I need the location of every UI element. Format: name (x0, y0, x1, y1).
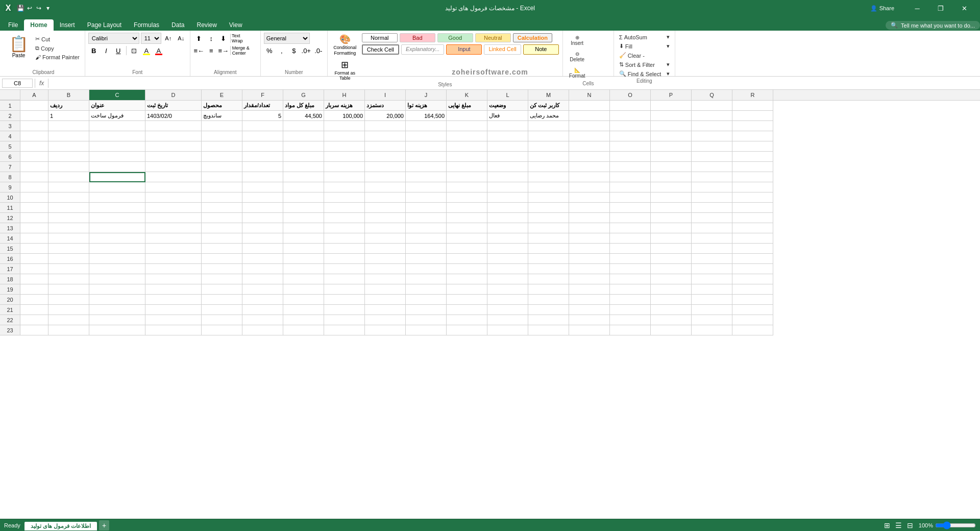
cell-l19[interactable] (487, 284, 528, 295)
cell-b16[interactable] (48, 254, 89, 264)
cell-o10[interactable] (610, 192, 651, 203)
cell-c19[interactable] (89, 284, 145, 295)
cell-e11[interactable] (202, 203, 242, 213)
col-header-j[interactable]: J (406, 90, 447, 100)
cell-o23[interactable] (610, 325, 651, 335)
cell-g12[interactable] (283, 213, 324, 223)
cell-a3[interactable] (20, 121, 48, 131)
cell-q1[interactable] (692, 101, 732, 111)
cell-o21[interactable] (610, 305, 651, 315)
cell-h17[interactable] (324, 264, 365, 274)
cell-n23[interactable] (569, 325, 610, 335)
cell-d11[interactable] (145, 203, 202, 213)
row-num-6[interactable]: 6 (0, 152, 20, 162)
cell-o16[interactable] (610, 254, 651, 264)
cell-a21[interactable] (20, 305, 48, 315)
cell-k22[interactable] (447, 315, 487, 325)
cell-q21[interactable] (692, 305, 732, 315)
cell-g8[interactable] (283, 172, 324, 182)
align-right-button[interactable]: ≡→ (218, 45, 229, 56)
cell-j21[interactable] (406, 305, 447, 315)
break-view-button[interactable]: ⊟ (905, 521, 915, 529)
cell-m11[interactable] (528, 203, 569, 213)
cell-o3[interactable] (610, 121, 651, 131)
cell-i12[interactable] (365, 213, 406, 223)
cell-p23[interactable] (651, 325, 692, 335)
col-header-p[interactable]: P (651, 90, 692, 100)
cell-q19[interactable] (692, 284, 732, 295)
cell-f18[interactable] (242, 274, 283, 284)
cell-q23[interactable] (692, 325, 732, 335)
cell-n14[interactable] (569, 233, 610, 244)
cell-i23[interactable] (365, 325, 406, 335)
cell-r18[interactable] (732, 274, 773, 284)
cell-o14[interactable] (610, 233, 651, 244)
cell-l12[interactable] (487, 213, 528, 223)
percent-button[interactable]: % (264, 45, 275, 56)
cell-e9[interactable] (202, 182, 242, 192)
cell-m18[interactable] (528, 274, 569, 284)
cell-c6[interactable] (89, 152, 145, 162)
cell-c16[interactable] (89, 254, 145, 264)
cell-o17[interactable] (610, 264, 651, 274)
cell-n8[interactable] (569, 172, 610, 182)
cell-e23[interactable] (202, 325, 242, 335)
merge-center-button[interactable]: Merge & Center (232, 45, 257, 56)
cell-a17[interactable] (20, 264, 48, 274)
cell-r9[interactable] (732, 182, 773, 192)
cell-b8[interactable] (48, 172, 89, 182)
cell-n7[interactable] (569, 162, 610, 172)
row-num-4[interactable]: 4 (0, 131, 20, 141)
cell-p4[interactable] (651, 131, 692, 141)
cell-j2[interactable]: 164,500 (406, 111, 447, 121)
cell-q18[interactable] (692, 274, 732, 284)
cell-reference-box[interactable]: C8 (2, 79, 33, 88)
row-num-5[interactable]: 5 (0, 141, 20, 152)
cell-o15[interactable] (610, 244, 651, 254)
col-header-n[interactable]: N (569, 90, 610, 100)
row-num-17[interactable]: 17 (0, 264, 20, 274)
row-num-22[interactable]: 22 (0, 315, 20, 325)
border-button[interactable]: ⊡ (129, 45, 140, 56)
cell-b9[interactable] (48, 182, 89, 192)
cell-q22[interactable] (692, 315, 732, 325)
cell-q14[interactable] (692, 233, 732, 244)
tell-me-input[interactable]: 🔍 Tell me what you want to do... (886, 21, 980, 30)
italic-button[interactable]: I (101, 45, 112, 56)
find-select-button[interactable]: 🔍 Find & Select ▾ (617, 69, 672, 78)
font-color-button[interactable]: A (153, 45, 164, 56)
font-size-select[interactable]: 11 (141, 33, 161, 44)
cell-d5[interactable] (145, 141, 202, 152)
row-num-19[interactable]: 19 (0, 284, 20, 295)
cell-b15[interactable] (48, 244, 89, 254)
cell-b2[interactable]: 1 (48, 111, 89, 121)
cell-m14[interactable] (528, 233, 569, 244)
cell-o19[interactable] (610, 284, 651, 295)
cell-k10[interactable] (447, 192, 487, 203)
cell-i16[interactable] (365, 254, 406, 264)
cell-k9[interactable] (447, 182, 487, 192)
cell-l15[interactable] (487, 244, 528, 254)
cell-g15[interactable] (283, 244, 324, 254)
cell-j5[interactable] (406, 141, 447, 152)
cell-m6[interactable] (528, 152, 569, 162)
cell-m16[interactable] (528, 254, 569, 264)
cell-r17[interactable] (732, 264, 773, 274)
cell-o8[interactable] (610, 172, 651, 182)
cell-q2[interactable] (692, 111, 732, 121)
cell-l1[interactable]: وضعیت (487, 101, 528, 111)
cell-k7[interactable] (447, 162, 487, 172)
col-header-i[interactable]: I (365, 90, 406, 100)
cell-r14[interactable] (732, 233, 773, 244)
cell-k2[interactable] (447, 111, 487, 121)
cell-j4[interactable] (406, 131, 447, 141)
cell-g5[interactable] (283, 141, 324, 152)
cell-q7[interactable] (692, 162, 732, 172)
delete-button[interactable]: ⊖ Delete (567, 49, 587, 64)
conditional-formatting-button[interactable]: 🎨 Conditional Formatting (331, 33, 359, 57)
cell-j3[interactable] (406, 121, 447, 131)
cell-e20[interactable] (202, 295, 242, 305)
cell-d7[interactable] (145, 162, 202, 172)
cell-p17[interactable] (651, 264, 692, 274)
cell-l18[interactable] (487, 274, 528, 284)
